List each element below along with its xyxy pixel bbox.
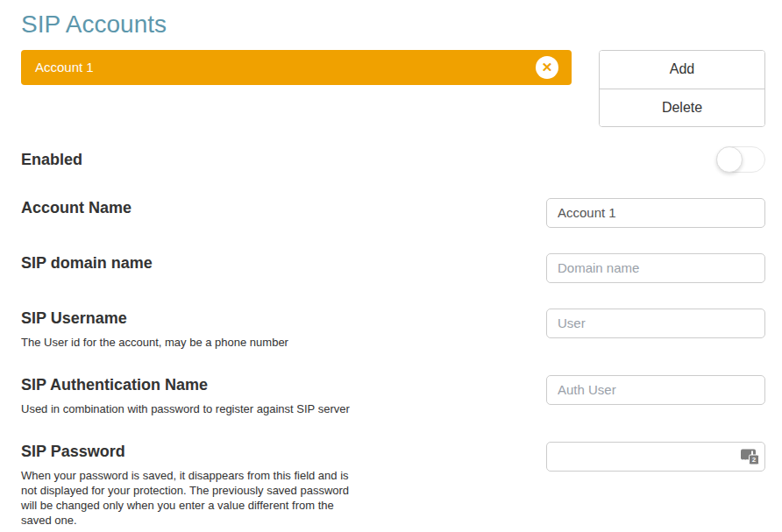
sip-username-label: SIP Username — [21, 309, 524, 328]
enabled-row: Enabled — [21, 150, 765, 173]
close-icon: ✕ — [542, 60, 553, 74]
delete-account-button[interactable]: Delete — [600, 89, 764, 126]
sip-auth-input[interactable] — [546, 375, 765, 405]
sip-auth-help: Used in combination with password to reg… — [21, 401, 367, 416]
sip-password-input-wrap: ... 2 — [546, 442, 765, 472]
account-name-field-info: Account Name — [21, 198, 546, 217]
sip-username-control — [546, 309, 765, 338]
sip-auth-row: SIP Authentication Name Used in combinat… — [21, 375, 765, 416]
sip-password-field-info: SIP Password When your password is saved… — [21, 442, 546, 528]
sip-domain-label: SIP domain name — [21, 253, 524, 273]
sip-username-row: SIP Username The User id for the account… — [21, 309, 765, 350]
enabled-toggle[interactable] — [716, 146, 765, 173]
add-account-button[interactable]: Add — [600, 51, 764, 89]
enabled-control — [546, 150, 765, 173]
ime-badge: 2 — [749, 454, 759, 465]
account-name-row: Account Name — [21, 198, 765, 228]
sip-password-help: When your password is saved, it disappea… — [21, 468, 367, 528]
password-ime-keyboard-icon[interactable]: ... 2 — [741, 448, 759, 465]
sip-auth-label: SIP Authentication Name — [21, 375, 524, 394]
account-actions-group: Add Delete — [599, 50, 765, 127]
sip-username-field-info: SIP Username The User id for the account… — [21, 309, 546, 350]
sip-password-input[interactable] — [546, 442, 765, 472]
sip-domain-control — [546, 253, 765, 283]
sip-password-row: SIP Password When your password is saved… — [21, 442, 765, 528]
account-name-label: Account Name — [21, 198, 524, 217]
toggle-knob[interactable] — [716, 146, 743, 173]
sip-domain-input[interactable] — [546, 253, 765, 283]
sip-domain-field-info: SIP domain name — [21, 253, 546, 273]
account-name-control — [546, 198, 765, 228]
sip-password-control: ... 2 — [546, 442, 765, 472]
sip-username-help: The User id for the account, may be a ph… — [21, 335, 367, 350]
account-selector-row: Account 1 ✕ Add Delete — [21, 50, 765, 127]
account-list-item-selected[interactable]: Account 1 ✕ — [21, 50, 572, 85]
sip-username-input[interactable] — [546, 309, 765, 338]
account-item-label: Account 1 — [35, 60, 94, 74]
sip-domain-row: SIP domain name — [21, 253, 765, 283]
sip-auth-field-info: SIP Authentication Name Used in combinat… — [21, 375, 546, 416]
page-title: SIP Accounts — [21, 11, 765, 39]
enabled-label: Enabled — [21, 150, 524, 169]
account-name-input[interactable] — [546, 198, 765, 228]
sip-auth-control — [546, 375, 765, 405]
sip-password-label: SIP Password — [21, 442, 524, 461]
remove-account-icon[interactable]: ✕ — [536, 56, 558, 79]
enabled-field-info: Enabled — [21, 150, 546, 169]
